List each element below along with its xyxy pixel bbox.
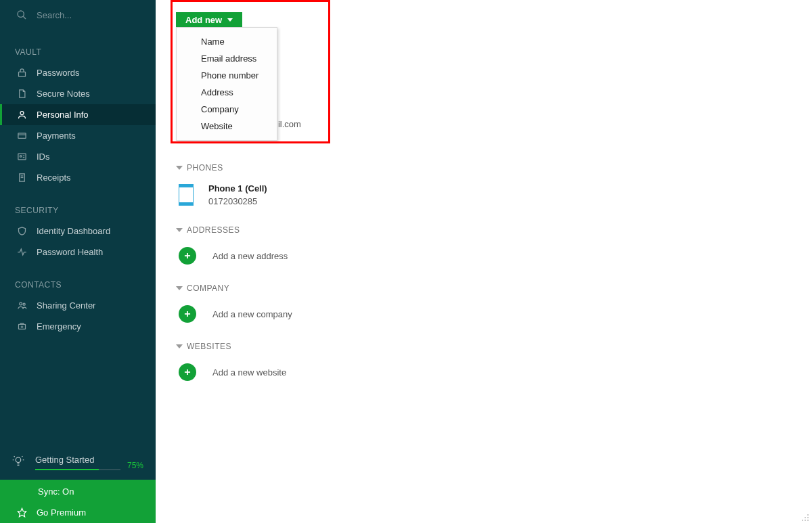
phone-entry-title: Phone 1 (Cell) <box>208 183 267 194</box>
sidebar-item-label: Emergency <box>37 321 81 332</box>
search-row[interactable] <box>0 0 156 30</box>
plus-icon <box>179 363 196 381</box>
category-addresses: ADDRESSES Add a new address <box>176 225 792 265</box>
plus-icon <box>179 305 196 323</box>
phone-icon <box>179 184 194 206</box>
premium-label: Go Premium <box>37 507 86 518</box>
dropdown-item-email[interactable]: Email address <box>177 50 277 67</box>
dropdown-item-company[interactable]: Company <box>177 101 277 118</box>
caret-down-icon <box>176 344 183 348</box>
category-company: COMPANY Add a new company <box>176 283 792 323</box>
company-header-label: COMPANY <box>187 283 229 293</box>
search-icon <box>16 9 27 20</box>
dropdown-item-phone[interactable]: Phone number <box>177 67 277 84</box>
receipt-icon <box>15 173 28 183</box>
shield-icon <box>15 226 28 236</box>
svg-marker-25 <box>18 508 26 517</box>
section-vault-label: VAULT <box>0 30 156 62</box>
add-website-button[interactable]: Add a new website <box>179 363 792 381</box>
svg-point-36 <box>805 520 806 521</box>
add-new-dropdown: Name Email address Phone number Address … <box>176 27 277 141</box>
sidebar-item-label: IDs <box>37 152 50 162</box>
email-peek-text: iil.com <box>276 119 301 129</box>
sidebar-item-label: Password Health <box>37 247 103 257</box>
sidebar-item-identity-dashboard[interactable]: Identity Dashboard <box>0 221 156 242</box>
svg-line-24 <box>22 456 22 457</box>
add-address-label: Add a new address <box>212 251 288 261</box>
sidebar-item-password-health[interactable]: Password Health <box>0 242 156 263</box>
category-phones: PHONES Phone 1 (Cell) 0172030285 <box>176 163 792 206</box>
chevron-down-icon <box>227 18 233 22</box>
sidebar-bottom: Getting Started 75% Sync: On Go Premium <box>0 448 156 523</box>
websites-header[interactable]: WEBSITES <box>176 342 792 351</box>
svg-rect-4 <box>18 133 25 139</box>
dropdown-item-name[interactable]: Name <box>177 33 277 50</box>
sidebar-item-receipts[interactable]: Receipts <box>0 167 156 188</box>
dropdown-item-website[interactable]: Website <box>177 118 277 135</box>
svg-point-32 <box>807 514 809 516</box>
getting-started-label: Getting Started <box>35 455 120 465</box>
phone-entry[interactable]: Phone 1 (Cell) 0172030285 <box>179 183 792 206</box>
go-premium[interactable]: Go Premium <box>0 502 156 523</box>
add-company-label: Add a new company <box>212 309 292 319</box>
svg-point-7 <box>20 156 22 158</box>
progress-bar <box>35 469 120 470</box>
card-icon <box>15 131 28 141</box>
phones-header-label: PHONES <box>187 163 223 173</box>
sidebar-green-block: Sync: On Go Premium <box>0 480 156 523</box>
sidebar-item-sharing-center[interactable]: Sharing Center <box>0 295 156 316</box>
id-icon <box>15 152 28 162</box>
svg-point-14 <box>23 303 25 305</box>
progress-fill <box>35 469 99 470</box>
category-websites: WEBSITES Add a new website <box>176 342 792 381</box>
sidebar-item-secure-notes[interactable]: Secure Notes <box>0 83 156 104</box>
add-new-button[interactable]: Add new <box>176 12 242 28</box>
phones-header[interactable]: PHONES <box>176 163 792 173</box>
person-icon <box>15 110 28 120</box>
resize-grip-icon[interactable] <box>801 512 809 520</box>
sidebar-item-label: Secure Notes <box>37 89 90 99</box>
add-company-button[interactable]: Add a new company <box>179 305 792 323</box>
sidebar-item-label: Identity Dashboard <box>37 226 110 236</box>
caret-down-icon <box>176 286 183 290</box>
caret-down-icon <box>176 228 183 232</box>
websites-header-label: WEBSITES <box>187 342 231 351</box>
sidebar-item-label: Personal Info <box>37 110 89 120</box>
addresses-header-label: ADDRESSES <box>187 225 240 235</box>
svg-point-18 <box>16 457 21 463</box>
section-security-label: SECURITY <box>0 188 156 221</box>
sync-status[interactable]: Sync: On <box>0 480 156 502</box>
emergency-icon <box>15 321 28 332</box>
caret-down-icon <box>176 166 183 170</box>
lock-icon <box>15 68 28 78</box>
progress-pct: 75% <box>127 461 143 470</box>
sidebar-item-label: Sharing Center <box>37 300 95 311</box>
pulse-icon <box>15 247 28 257</box>
sidebar-item-passwords[interactable]: Passwords <box>0 62 156 83</box>
svg-point-34 <box>805 517 806 518</box>
getting-started[interactable]: Getting Started 75% <box>0 448 156 480</box>
svg-point-33 <box>807 517 809 518</box>
sidebar-item-label: Passwords <box>37 68 80 78</box>
svg-rect-2 <box>18 72 25 76</box>
svg-point-13 <box>19 302 22 305</box>
phone-entry-value: 0172030285 <box>208 196 267 206</box>
section-contacts-label: CONTACTS <box>0 263 156 295</box>
sidebar-item-label: Payments <box>37 131 76 141</box>
star-icon <box>15 507 28 518</box>
people-icon <box>15 300 28 311</box>
addresses-header[interactable]: ADDRESSES <box>176 225 792 235</box>
dropdown-item-address[interactable]: Address <box>177 84 277 101</box>
sidebar-item-ids[interactable]: IDs <box>0 146 156 167</box>
svg-point-35 <box>807 520 809 521</box>
sidebar-item-personal-info[interactable]: Personal Info <box>0 104 156 125</box>
sidebar-item-payments[interactable]: Payments <box>0 125 156 146</box>
svg-point-37 <box>802 520 803 521</box>
note-icon <box>15 89 28 99</box>
sidebar-item-emergency[interactable]: Emergency <box>0 316 156 337</box>
company-header[interactable]: COMPANY <box>176 283 792 293</box>
add-website-label: Add a new website <box>212 367 286 378</box>
add-address-button[interactable]: Add a new address <box>179 247 792 265</box>
svg-rect-6 <box>18 154 25 160</box>
search-input[interactable] <box>37 10 131 20</box>
